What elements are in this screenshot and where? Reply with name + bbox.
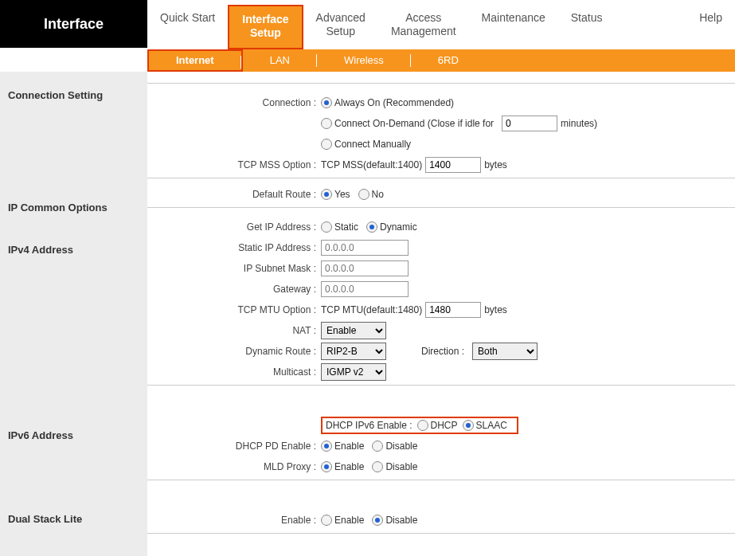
label-mss: TCP MSS Option : bbox=[147, 159, 321, 170]
label-mtu: TCP MTU Option : bbox=[147, 304, 321, 315]
label-pd: DHCP PD Enable : bbox=[147, 441, 321, 452]
section-ipcommon: IP Common Options bbox=[8, 202, 138, 213]
radio-route-no[interactable]: No bbox=[358, 189, 384, 200]
radio-dslite-disable[interactable]: Disable bbox=[372, 515, 417, 526]
radio-route-yes[interactable]: Yes bbox=[321, 189, 350, 200]
radio-pd-disable[interactable]: Disable bbox=[372, 441, 417, 452]
nat-select[interactable]: Enable bbox=[321, 322, 386, 339]
dhcp-ipv6-highlight: DHCP IPv6 Enable : DHCP SLAAC bbox=[321, 417, 518, 434]
label-mld: MLD Proxy : bbox=[147, 461, 321, 472]
tab-help[interactable]: Help bbox=[686, 5, 735, 49]
radio-mld-disable[interactable]: Disable bbox=[372, 461, 417, 472]
label-subnet: IP Subnet Mask : bbox=[147, 263, 321, 274]
tab-access-management[interactable]: AccessManagement bbox=[378, 5, 469, 49]
static-ip-input[interactable] bbox=[321, 240, 409, 256]
label-minutes: minutes) bbox=[561, 118, 597, 129]
label-multicast: Multicast : bbox=[147, 366, 321, 378]
section-ipv6: IPv6 Address bbox=[8, 429, 138, 441]
subtab-wireless[interactable]: Wireless bbox=[317, 49, 411, 72]
subnet-input[interactable] bbox=[321, 260, 409, 276]
radio-on-demand[interactable]: Connect On-Demand (Close if idle for bbox=[321, 118, 494, 129]
radio-manual[interactable]: Connect Manually bbox=[321, 139, 411, 150]
section-dslite: Dual Stack Lite bbox=[8, 513, 138, 525]
radio-static[interactable]: Static bbox=[321, 221, 358, 233]
label-dslite-enable: Enable : bbox=[147, 515, 321, 526]
label-gateway: Gateway : bbox=[147, 284, 321, 295]
mss-input[interactable] bbox=[425, 157, 481, 173]
tab-status[interactable]: Status bbox=[558, 5, 616, 49]
label-static-ip: Static IP Address : bbox=[147, 242, 321, 253]
main-tabs: Quick Start InterfaceSetup AdvancedSetup… bbox=[147, 0, 735, 49]
tab-quick-start[interactable]: Quick Start bbox=[147, 5, 228, 49]
gateway-input[interactable] bbox=[321, 281, 409, 297]
label-dyn-route: Dynamic Route : bbox=[147, 346, 321, 357]
radio-dynamic[interactable]: Dynamic bbox=[366, 221, 417, 233]
mtu-text: TCP MTU(default:1480) bbox=[321, 304, 422, 315]
section-ipv4: IPv4 Address bbox=[8, 244, 138, 256]
tab-maintenance[interactable]: Maintenance bbox=[469, 5, 558, 49]
sub-tabs: Internet LAN Wireless 6RD bbox=[147, 49, 735, 72]
label-get-ip: Get IP Address : bbox=[147, 221, 321, 233]
radio-always-on[interactable]: Always On (Recommended) bbox=[321, 97, 454, 108]
idle-minutes-input[interactable] bbox=[502, 116, 557, 131]
mtu-input[interactable] bbox=[425, 302, 481, 318]
label-dhcp-ipv6: DHCP IPv6 Enable : bbox=[323, 420, 417, 431]
mtu-unit: bytes bbox=[484, 304, 507, 315]
label-connection: Connection : bbox=[147, 97, 321, 108]
label-direction: Direction : bbox=[421, 346, 464, 357]
section-connection: Connection Setting bbox=[8, 89, 138, 101]
subtab-internet[interactable]: Internet bbox=[147, 49, 243, 72]
tab-advanced-setup[interactable]: AdvancedSetup bbox=[303, 5, 378, 49]
dyn-route-select[interactable]: RIP2-B bbox=[321, 343, 386, 360]
label-default-route: Default Route : bbox=[147, 189, 321, 200]
mss-text: TCP MSS(default:1400) bbox=[321, 159, 422, 170]
radio-dslite-enable[interactable]: Enable bbox=[321, 515, 364, 526]
mss-unit: bytes bbox=[484, 159, 507, 170]
multicast-select[interactable]: IGMP v2 bbox=[321, 363, 386, 381]
radio-mld-enable[interactable]: Enable bbox=[321, 461, 364, 472]
radio-pd-enable[interactable]: Enable bbox=[321, 441, 364, 452]
label-nat: NAT : bbox=[147, 325, 321, 336]
direction-select[interactable]: Both bbox=[472, 343, 538, 360]
radio-dhcp[interactable]: DHCP bbox=[417, 420, 458, 431]
subtab-6rd[interactable]: 6RD bbox=[411, 49, 486, 72]
subtab-lan[interactable]: LAN bbox=[243, 49, 317, 72]
page-title: Interface bbox=[0, 0, 147, 48]
radio-slaac[interactable]: SLAAC bbox=[463, 420, 507, 431]
tab-interface-setup[interactable]: InterfaceSetup bbox=[228, 5, 303, 49]
